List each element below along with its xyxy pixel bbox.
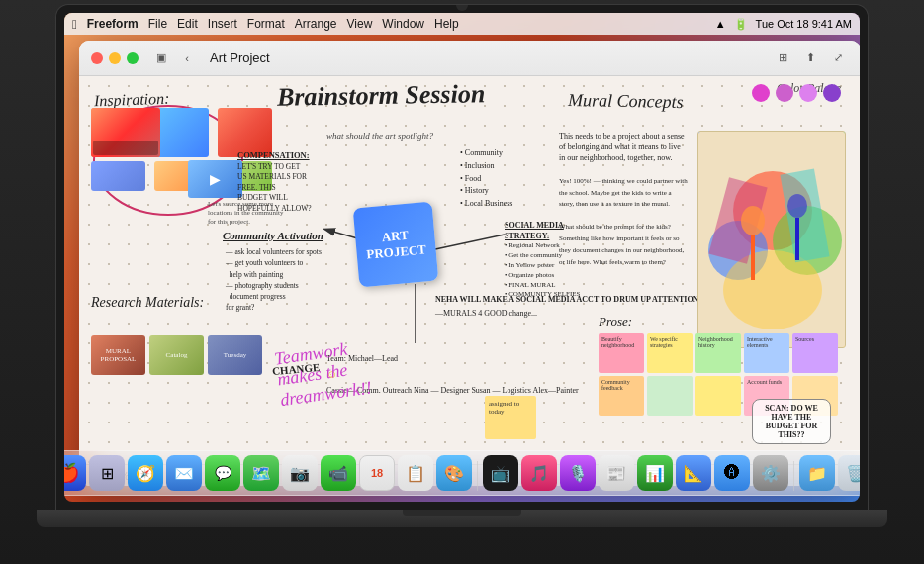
dock-separator-2 xyxy=(793,461,794,491)
apple-menu[interactable]:  xyxy=(72,17,77,32)
color-dot-3 xyxy=(799,84,817,102)
research-thumb-3: Tuesday xyxy=(208,335,262,375)
research-grid: MURALPROPOSAL Catalog Tuesday xyxy=(91,335,262,375)
dock-news[interactable]: 📰 xyxy=(599,455,634,491)
dock-photos[interactable]: 📷 xyxy=(282,455,318,491)
sticky-note-4: Sources xyxy=(792,333,838,373)
dock-podcasts[interactable]: 🎙️ xyxy=(560,455,596,491)
menu-bar-left:  Freeform File Edit Insert Format Arran… xyxy=(72,17,459,32)
sticky-note-0: Beautify neighborhood xyxy=(599,333,644,373)
title-bar: ▣ ‹ Art Project ⊞ ⬆ ⤢ xyxy=(79,41,860,76)
menu-file[interactable]: File xyxy=(148,17,167,31)
canvas-area[interactable]: Inspiration: xyxy=(79,76,860,464)
dock-facetime[interactable]: 📹 xyxy=(321,455,356,491)
battery-icon: 🔋 xyxy=(734,18,748,31)
sticky-note-7 xyxy=(695,376,741,416)
sticky-note-3: Interactive elements xyxy=(744,333,789,373)
menu-freeform[interactable]: Freeform xyxy=(87,17,139,31)
dock-trash[interactable]: 🗑️ xyxy=(838,455,860,491)
research-section: Research Materials: MURALPROPOSAL Catalo… xyxy=(91,295,262,375)
mural-concept-title: Mural Concepts xyxy=(567,90,683,113)
spotlight-list: • Community • Inclusion • Food • History… xyxy=(460,147,512,211)
minimize-button[interactable] xyxy=(109,52,121,64)
color-dot-2 xyxy=(776,84,793,102)
camera-notch xyxy=(456,5,468,11)
community-activation-label: Community Activation xyxy=(223,230,323,241)
compensation-text: COMPENSATION: LET'S TRY TO GETUS MATERIA… xyxy=(237,150,336,214)
research-label: Research Materials: xyxy=(91,295,262,311)
back-icon[interactable]: ‹ xyxy=(176,47,198,69)
mural-concept-text: This needs to be a project about a sense… xyxy=(559,131,688,268)
scan-text-bubble: SCAN: DO WE HAVE THE BUDGET FOR THIS?? xyxy=(752,399,831,444)
menu-help[interactable]: Help xyxy=(434,17,459,31)
menu-bar:  Freeform File Edit Insert Format Arran… xyxy=(64,13,860,35)
dock-keynote[interactable]: 📐 xyxy=(676,455,711,491)
clock: Tue Oct 18 9:41 AM xyxy=(756,18,852,30)
prose-label: Prose: xyxy=(599,314,846,329)
maximize-button[interactable] xyxy=(127,52,139,64)
dock-maps[interactable]: 🗺️ xyxy=(243,455,279,491)
dock-finder[interactable]: 🍎 xyxy=(64,455,86,491)
sticky-note-6 xyxy=(647,376,693,416)
dock-systemprefs[interactable]: ⚙️ xyxy=(753,455,788,491)
sticky-note-1: We specific strategies xyxy=(647,333,693,373)
screen:  Freeform File Edit Insert Format Arran… xyxy=(64,13,860,502)
desktop-background:  Freeform File Edit Insert Format Arran… xyxy=(64,13,860,502)
color-palette xyxy=(752,84,841,102)
dock-downloads[interactable]: 📁 xyxy=(799,455,835,491)
menu-edit[interactable]: Edit xyxy=(177,17,198,31)
photo-thumb-2 xyxy=(154,108,209,157)
fullscreen-icon[interactable]: ⤢ xyxy=(827,47,849,69)
assigned-sticky: assigned totoday xyxy=(485,396,536,439)
dock-music[interactable]: 🎵 xyxy=(521,455,557,491)
dock-appstore[interactable]: 🅐 xyxy=(714,455,750,491)
svg-point-11 xyxy=(741,206,765,235)
menu-format[interactable]: Format xyxy=(247,17,285,31)
research-thumb-2: Catalog xyxy=(149,335,204,375)
wifi-icon: ▲ xyxy=(715,18,726,30)
dock-reminders[interactable]: 📋 xyxy=(398,455,433,491)
menu-window[interactable]: Window xyxy=(382,17,424,31)
photo-thumb-4 xyxy=(91,161,145,191)
sticky-note-5: Community feedback xyxy=(599,376,644,416)
dock-safari[interactable]: 🧭 xyxy=(128,455,163,491)
hinge-notch xyxy=(403,510,521,516)
dock-numbers[interactable]: 📊 xyxy=(637,455,673,491)
menu-arrange[interactable]: Arrange xyxy=(295,17,337,31)
brainstorm-title: Brainstorm Session xyxy=(277,79,486,113)
sidebar-toggle-icon[interactable]: ▣ xyxy=(150,47,172,69)
dock-mail[interactable]: ✉️ xyxy=(166,455,202,491)
screen-bezel:  Freeform File Edit Insert Format Arran… xyxy=(56,5,868,510)
macbook-frame:  Freeform File Edit Insert Format Arran… xyxy=(0,0,924,564)
video-thumb: ▶ xyxy=(188,160,242,198)
sticky-note-2: Neighborhood history xyxy=(695,333,741,373)
laptop-base xyxy=(37,510,887,527)
svg-line-2 xyxy=(435,235,505,249)
grid-view-icon[interactable]: ⊞ xyxy=(772,47,793,69)
menu-view[interactable]: View xyxy=(347,17,373,31)
dock-freeform[interactable]: 🎨 xyxy=(436,455,472,491)
share-icon[interactable]: ⬆ xyxy=(799,47,821,69)
dock-separator xyxy=(477,461,478,491)
menu-bar-right: ▲ 🔋 Tue Oct 18 9:41 AM xyxy=(715,18,852,31)
window-title: Art Project xyxy=(210,50,270,65)
close-button[interactable] xyxy=(91,52,103,64)
traffic-lights xyxy=(91,52,139,64)
dock-launchpad[interactable]: ⊞ xyxy=(89,455,125,491)
art-project-badge: ART PROJECT xyxy=(353,202,439,288)
svg-point-12 xyxy=(787,194,807,218)
dock-appletv[interactable]: 📺 xyxy=(483,455,518,491)
freeform-window: ▣ ‹ Art Project ⊞ ⬆ ⤢ xyxy=(79,41,860,486)
dock: 🍎 ⊞ 🧭 ✉️ 💬 🗺️ xyxy=(64,450,860,496)
research-thumb-1: MURALPROPOSAL xyxy=(91,335,145,375)
dock-calendar[interactable]: 18 xyxy=(359,455,395,491)
color-dot-1 xyxy=(752,84,770,102)
title-bar-right-controls: ⊞ ⬆ ⤢ xyxy=(772,47,849,69)
photo-thumb-1 xyxy=(91,108,160,157)
dock-messages[interactable]: 💬 xyxy=(205,455,240,491)
title-bar-controls: ▣ ‹ xyxy=(150,47,198,69)
color-dot-4 xyxy=(823,84,841,102)
menu-insert[interactable]: Insert xyxy=(208,17,237,31)
what-spotlight-text: what should the art spotlight? xyxy=(326,131,433,141)
